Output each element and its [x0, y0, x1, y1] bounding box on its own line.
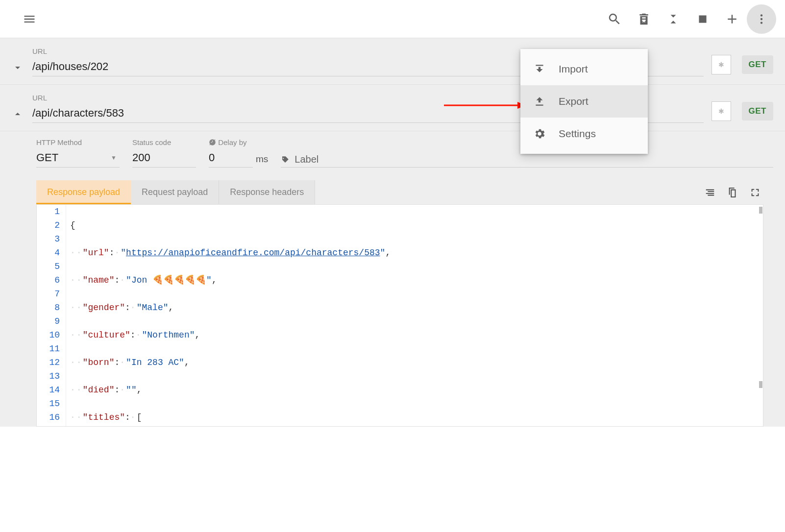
menu-import[interactable]: Import	[520, 53, 648, 85]
tab-request-payload[interactable]: Request payload	[131, 180, 219, 204]
more-menu: Import Export Settings	[520, 49, 648, 154]
delete-all-button[interactable]	[629, 4, 659, 34]
request-row: URL ✱ GET	[0, 38, 785, 85]
method-badge: GET	[742, 102, 773, 121]
line-gutter: 12345678910111213141516	[37, 205, 66, 426]
delay-input[interactable]: 0	[209, 149, 253, 168]
delay-unit: ms	[253, 154, 268, 168]
label-field[interactable]: Label	[281, 154, 773, 168]
request-detail-panel: HTTP Method GET ▼ Status code 200 Delay …	[0, 131, 785, 427]
tab-response-headers[interactable]: Response headers	[219, 180, 315, 204]
add-button[interactable]	[717, 4, 747, 34]
code-editor[interactable]: 12345678910111213141516 { ··"url":·"http…	[36, 204, 763, 427]
status-code-label: Status code	[132, 138, 196, 146]
copy-button[interactable]	[724, 184, 741, 201]
svg-point-1	[760, 14, 762, 16]
chevron-down-icon: ▼	[111, 154, 117, 161]
payload-tabs: Response payload Request payload Respons…	[36, 180, 773, 204]
svg-point-3	[760, 22, 762, 24]
export-icon	[533, 95, 546, 108]
svg-point-2	[760, 18, 762, 20]
http-method-label: HTTP Method	[36, 138, 120, 146]
search-button[interactable]	[600, 4, 629, 34]
code-content[interactable]: { ··"url":·"https://anapioficeandfire.co…	[66, 205, 394, 426]
http-method-select[interactable]: GET ▼	[36, 149, 120, 168]
status-code-input[interactable]: 200	[132, 149, 196, 168]
top-toolbar	[0, 0, 785, 38]
expand-toggle[interactable]	[11, 108, 25, 123]
fullscreen-button[interactable]	[747, 184, 763, 201]
menu-export[interactable]: Export	[520, 85, 648, 118]
import-icon	[533, 63, 546, 75]
scrollbar-thumb[interactable]	[759, 207, 762, 214]
method-badge: GET	[742, 55, 773, 74]
snippet-button[interactable]: ✱	[711, 101, 731, 121]
hamburger-menu-button[interactable]	[15, 4, 44, 34]
stop-button[interactable]	[688, 4, 717, 34]
tab-response-payload[interactable]: Response payload	[36, 180, 131, 204]
request-row: URL ✱ GET	[0, 85, 785, 131]
menu-settings[interactable]: Settings	[520, 118, 648, 150]
more-menu-button[interactable]	[747, 4, 776, 34]
settings-icon	[533, 127, 546, 140]
snippet-button[interactable]: ✱	[711, 55, 731, 74]
request-list: URL ✱ GET URL ✱ GET HTTP Method GET	[0, 38, 785, 427]
delay-label: Delay by	[209, 138, 268, 146]
expand-toggle[interactable]	[11, 62, 25, 76]
format-button[interactable]	[702, 184, 718, 201]
svg-rect-0	[699, 15, 706, 23]
collapse-all-button[interactable]	[659, 4, 688, 34]
scrollbar-thumb[interactable]	[759, 381, 762, 388]
tag-icon	[281, 155, 290, 164]
